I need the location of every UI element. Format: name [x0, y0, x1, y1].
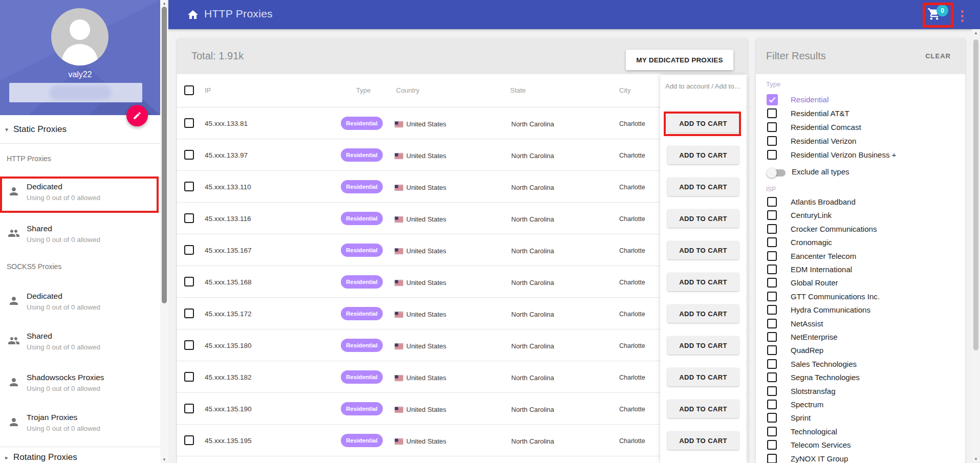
checkbox[interactable] — [767, 454, 777, 463]
sidebar-item-shadowsocks-proxies[interactable]: Shadowsocks ProxiesUsing 0 out of 0 allo… — [0, 369, 159, 401]
checkbox[interactable] — [767, 278, 777, 288]
row-checkbox[interactable] — [184, 340, 194, 350]
isp-filter-row[interactable]: Sprint — [756, 412, 965, 426]
checkbox[interactable] — [767, 305, 777, 315]
checkbox[interactable] — [767, 359, 777, 369]
type-badge: Residential — [341, 148, 383, 162]
isp-filter-row[interactable]: NetAssist — [756, 318, 965, 332]
add-to-cart-button[interactable]: ADD TO CART — [667, 431, 739, 450]
cell-city: Charlotte — [619, 215, 645, 223]
add-to-cart-button[interactable]: ADD TO CART — [667, 209, 739, 228]
isp-filter-row[interactable]: Global Router — [756, 277, 965, 291]
add-to-cart-button[interactable]: ADD TO CART — [667, 241, 739, 259]
type-filter-row[interactable]: Residential AT&T — [756, 107, 965, 121]
sidebar-item-shared[interactable]: SharedUsing 0 out of 0 allowed — [0, 220, 159, 252]
checkbox[interactable] — [767, 372, 777, 382]
row-checkbox[interactable] — [184, 435, 194, 445]
isp-filter-row[interactable]: Hydra Communications — [756, 304, 965, 318]
row-checkbox[interactable] — [184, 404, 194, 413]
checkbox-checked[interactable] — [767, 94, 778, 105]
add-to-cart-button[interactable]: ADD TO CART — [667, 273, 739, 291]
type-filter-row[interactable]: Residential Verizon — [756, 135, 965, 149]
checkbox[interactable] — [767, 237, 777, 247]
add-to-cart-button[interactable]: ADD TO CART — [667, 114, 739, 133]
checkbox[interactable] — [767, 345, 777, 355]
isp-filter-row[interactable]: Segna Technologies — [756, 371, 965, 385]
checkbox[interactable] — [767, 224, 777, 234]
checkbox[interactable] — [767, 210, 777, 220]
checkbox[interactable] — [767, 400, 777, 409]
checkbox[interactable] — [767, 386, 777, 396]
exclude-toggle[interactable] — [768, 169, 786, 177]
isp-filter-row[interactable]: Atlantis Broadband — [756, 196, 965, 210]
add-to-cart-button[interactable]: ADD TO CART — [667, 368, 739, 386]
rotating-proxies-group[interactable]: ▸ Rotating Proxies — [0, 450, 160, 463]
clear-filters-button[interactable]: CLEAR — [925, 52, 951, 60]
sidebar-item-trojan-proxies[interactable]: Trojan ProxiesUsing 0 out of 0 allowed — [0, 409, 159, 440]
checkbox[interactable] — [767, 427, 777, 436]
add-to-cart-button[interactable]: ADD TO CART — [667, 146, 739, 164]
type-filter-row[interactable]: Residential Verizon Business + — [756, 149, 965, 163]
add-to-cart-button[interactable]: ADD TO CART — [667, 336, 739, 355]
checkbox[interactable] — [767, 319, 777, 328]
isp-filter-row[interactable]: GTT Communications Inc. — [756, 291, 965, 304]
isp-filter-row[interactable]: Cronomagic — [756, 236, 965, 250]
row-checkbox[interactable] — [184, 308, 194, 318]
cell-ip: 45.xxx.135.172 — [205, 310, 252, 318]
kebab-menu-icon[interactable] — [961, 10, 964, 24]
checkbox[interactable] — [767, 332, 777, 342]
sidebar-item-dedicated[interactable]: DedicatedUsing 0 out of 0 allowed — [0, 178, 159, 210]
row-checkbox[interactable] — [184, 118, 194, 128]
isp-filter-row[interactable]: CenturyLink — [756, 209, 965, 223]
checkbox[interactable] — [767, 197, 777, 207]
row-checkbox[interactable] — [184, 150, 194, 160]
row-checkbox[interactable] — [184, 245, 194, 255]
sidebar-item-shared[interactable]: SharedUsing 0 out of 0 allowed — [0, 327, 159, 359]
isp-filter-row[interactable]: Slotstransfag — [756, 385, 965, 399]
checkbox[interactable] — [767, 150, 777, 160]
checkbox[interactable] — [767, 413, 777, 423]
page-scrollbar-thumb[interactable] — [973, 39, 978, 350]
sidebar-scrollbar[interactable]: ▲ ▼ — [160, 0, 168, 463]
scroll-down-icon[interactable]: ▼ — [160, 457, 168, 462]
isp-filter-row[interactable]: QuadRep — [756, 344, 965, 358]
checkbox[interactable] — [767, 251, 777, 261]
type-filter-row[interactable]: Residential Comcast — [756, 121, 965, 135]
add-to-cart-button[interactable]: ADD TO CART — [667, 178, 739, 196]
isp-filter-row[interactable]: EDM International — [756, 263, 965, 277]
checkbox[interactable] — [767, 264, 777, 274]
sidebar-item-dedicated[interactable]: DedicatedUsing 0 out of 0 allowed — [0, 288, 159, 319]
checkbox[interactable] — [767, 440, 777, 450]
scroll-up-icon[interactable]: ▲ — [160, 1, 168, 6]
static-proxies-group[interactable]: ▾ Static Proxies — [0, 122, 160, 137]
isp-filter-row[interactable]: Spectrum — [756, 399, 965, 412]
row-checkbox[interactable] — [184, 213, 194, 223]
add-to-cart-button[interactable]: ADD TO CART — [667, 304, 739, 323]
type-filter-row[interactable]: Residential — [756, 94, 965, 107]
cell-country: United States — [406, 406, 446, 413]
checkbox[interactable] — [767, 292, 777, 301]
select-all-checkbox[interactable] — [184, 85, 194, 95]
checkbox[interactable] — [767, 136, 777, 146]
scroll-up-icon[interactable]: ▲ — [972, 31, 980, 35]
cell-state: North Carolina — [511, 279, 554, 286]
isp-filter-row[interactable]: Telecom Services — [756, 439, 965, 453]
scroll-down-icon[interactable]: ▼ — [972, 457, 980, 461]
isp-filter-row[interactable]: ZyNOX IT Group — [756, 453, 965, 463]
cell-ip: 45.xxx.133.97 — [205, 151, 248, 159]
add-to-cart-button[interactable]: ADD TO CART — [667, 400, 739, 418]
isp-filter-row[interactable]: Technological — [756, 426, 965, 439]
my-dedicated-proxies-button[interactable]: MY DEDICATED PROXIES — [626, 50, 733, 70]
isp-filter-row[interactable]: Eancenter Telecom — [756, 250, 965, 264]
row-checkbox[interactable] — [184, 277, 194, 286]
isp-filter-row[interactable]: Sales Technologies — [756, 358, 965, 372]
checkbox[interactable] — [767, 108, 777, 118]
isp-filter-row[interactable]: Crocker Communications — [756, 223, 965, 237]
row-checkbox[interactable] — [184, 372, 194, 382]
page-scrollbar[interactable]: ▲ ▼ — [972, 29, 980, 463]
sidebar-scrollbar-thumb[interactable] — [162, 7, 167, 303]
checkbox[interactable] — [767, 122, 777, 132]
isp-filter-row[interactable]: NetEnterprise — [756, 331, 965, 345]
row-checkbox[interactable] — [184, 182, 194, 191]
home-icon[interactable] — [187, 9, 199, 21]
